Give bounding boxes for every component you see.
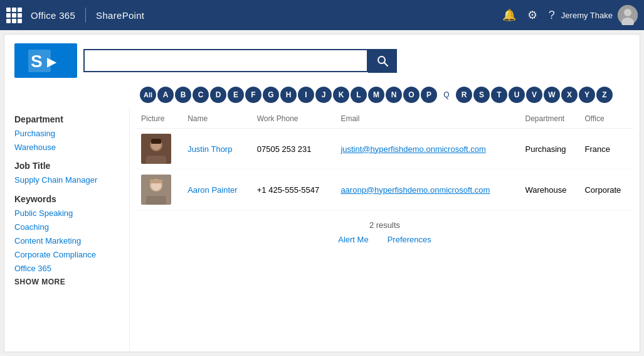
person-name-link[interactable]: Aaron Painter	[187, 185, 238, 195]
alpha-btn-n[interactable]: N	[386, 87, 402, 103]
alpha-btn-o[interactable]: O	[403, 87, 420, 103]
user-avatar	[618, 5, 638, 25]
alpha-btn-h[interactable]: H	[280, 87, 297, 103]
search-area: S ▶ public speaking	[4, 35, 640, 83]
sidebar-show-more[interactable]: SHOW MORE	[14, 278, 119, 286]
col-header-work-phone: Work Phone	[252, 112, 336, 129]
sidebar-item-0-0[interactable]: Purchasing	[14, 128, 119, 139]
search-box-container: public speaking	[83, 49, 397, 73]
svg-rect-10	[146, 156, 166, 164]
alpha-btn-k[interactable]: K	[333, 87, 349, 103]
alpha-btn-p[interactable]: P	[421, 87, 437, 103]
alpha-btn-i[interactable]: I	[298, 87, 314, 103]
sidebar-item-2-4[interactable]: Office 365	[14, 263, 119, 274]
sharepoint-logo: S ▶	[14, 43, 77, 78]
alphabet-bar: AllABCDEFGHIJKLMNOPQRSTUVWXYZ	[4, 83, 640, 108]
person-email-link[interactable]: aaronp@hyperfishdemo.onmicrosoft.com	[340, 185, 490, 195]
alpha-btn-f[interactable]: F	[245, 87, 261, 103]
person-phone-cell: +1 425-555-5547	[252, 170, 336, 210]
alpha-btn-e[interactable]: E	[228, 87, 244, 103]
topbar-icons: 🔔 ⚙ ?	[502, 8, 555, 22]
sidebar-section-title-0: Department	[14, 114, 119, 124]
svg-text:▶: ▶	[47, 55, 57, 68]
col-header-name: Name	[182, 112, 252, 129]
alpha-btn-y[interactable]: Y	[579, 87, 595, 103]
alpha-btn-s[interactable]: S	[473, 87, 490, 103]
user-menu[interactable]: Jeremy Thake	[561, 5, 638, 25]
office365-label[interactable]: Office 365	[31, 10, 75, 21]
topbar-divider	[85, 8, 86, 23]
sidebar-section-title-1: Job Title	[14, 161, 119, 171]
sidebar-item-0-1[interactable]: Warehouse	[14, 142, 119, 153]
waffle-menu[interactable]	[6, 8, 22, 23]
results-footer: 2 results Alert Me Preferences	[136, 210, 633, 249]
results-actions: Alert Me Preferences	[136, 235, 633, 244]
alpha-btn-z[interactable]: Z	[596, 87, 613, 103]
svg-text:S: S	[31, 51, 43, 71]
person-photo-cell	[136, 129, 182, 170]
preferences-link[interactable]: Preferences	[388, 235, 431, 244]
person-office-cell: France	[579, 129, 633, 170]
alpha-btn-x[interactable]: X	[561, 87, 578, 103]
table-row: Aaron Painter+1 425-555-5547aaronp@hyper…	[136, 170, 633, 210]
alpha-btn-l[interactable]: L	[351, 87, 367, 103]
sidebar-item-2-1[interactable]: Coaching	[14, 222, 119, 233]
alpha-btn-m[interactable]: M	[368, 87, 384, 103]
table-row: Justin Thorp07505 253 231justint@hyperfi…	[136, 129, 633, 170]
sidebar-item-2-0[interactable]: Public Speaking	[14, 208, 119, 219]
person-photo-cell	[136, 170, 182, 210]
alpha-btn-u[interactable]: U	[509, 87, 525, 103]
sidebar-item-2-3[interactable]: Corporate Compliance	[14, 249, 119, 261]
help-icon[interactable]: ?	[549, 9, 555, 22]
alpha-btn-v[interactable]: V	[526, 87, 542, 103]
search-input[interactable]: public speaking	[83, 49, 368, 72]
main-wrapper: S ▶ public speaking AllABCDEFGHIJKLMNOPQ…	[4, 34, 640, 352]
alpha-btn-j[interactable]: J	[315, 87, 332, 103]
person-phone-cell: 07505 253 231	[252, 129, 336, 170]
sidebar-section-title-2: Keywords	[14, 194, 119, 204]
person-email-link[interactable]: justint@hyperfishdemo.onmicrosoft.com	[340, 144, 485, 154]
alpha-btn-a[interactable]: A	[157, 87, 174, 103]
person-name-cell: Aaron Painter	[182, 170, 252, 210]
person-name-cell: Justin Thorp	[182, 129, 252, 170]
person-office-cell: Corporate	[579, 170, 633, 210]
svg-rect-12	[151, 139, 161, 144]
person-email-cell: justint@hyperfishdemo.onmicrosoft.com	[335, 129, 520, 170]
alpha-btn-t[interactable]: T	[491, 87, 507, 103]
sidebar: DepartmentPurchasingWarehouseJob TitleSu…	[4, 108, 130, 352]
col-header-picture: Picture	[136, 112, 182, 129]
search-button[interactable]	[368, 49, 397, 73]
results-area: PictureNameWork PhoneEmailDepartmentOffi…	[130, 108, 640, 352]
alpha-btn-all[interactable]: All	[140, 87, 156, 103]
results-count: 2 results	[136, 220, 633, 230]
alpha-btn-d[interactable]: D	[210, 87, 226, 103]
alpha-btn-r[interactable]: R	[456, 87, 472, 103]
person-department-cell: Warehouse	[520, 170, 580, 210]
alpha-btn-b[interactable]: B	[175, 87, 191, 103]
svg-rect-17	[150, 180, 162, 183]
body-layout: DepartmentPurchasingWarehouseJob TitleSu…	[4, 108, 640, 352]
sidebar-item-1-0[interactable]: Supply Chain Manager	[14, 175, 119, 186]
sidebar-item-2-2[interactable]: Content Marketing	[14, 235, 119, 247]
person-email-cell: aaronp@hyperfishdemo.onmicrosoft.com	[335, 170, 520, 210]
alpha-btn-w[interactable]: W	[544, 87, 560, 103]
alert-me-link[interactable]: Alert Me	[338, 235, 368, 244]
results-table: PictureNameWork PhoneEmailDepartmentOffi…	[136, 112, 633, 210]
bell-icon[interactable]: 🔔	[502, 8, 516, 22]
col-header-department: Department	[520, 112, 580, 129]
person-department-cell: Purchasing	[520, 129, 580, 170]
svg-rect-15	[146, 196, 166, 205]
sharepoint-label[interactable]: SharePoint	[96, 10, 144, 21]
gear-icon[interactable]: ⚙	[527, 8, 537, 22]
svg-line-7	[384, 62, 388, 66]
user-name: Jeremy Thake	[561, 11, 613, 20]
person-name-link[interactable]: Justin Thorp	[187, 144, 232, 154]
alpha-btn-q[interactable]: Q	[438, 87, 455, 103]
col-header-office: Office	[579, 112, 633, 129]
svg-point-1	[624, 9, 631, 16]
topbar: Office 365 SharePoint 🔔 ⚙ ? Jeremy Thake	[0, 0, 644, 30]
alpha-btn-g[interactable]: G	[263, 87, 279, 103]
person-photo-justin	[141, 134, 171, 164]
alpha-btn-c[interactable]: C	[193, 87, 209, 103]
person-photo-aaron	[141, 175, 171, 205]
